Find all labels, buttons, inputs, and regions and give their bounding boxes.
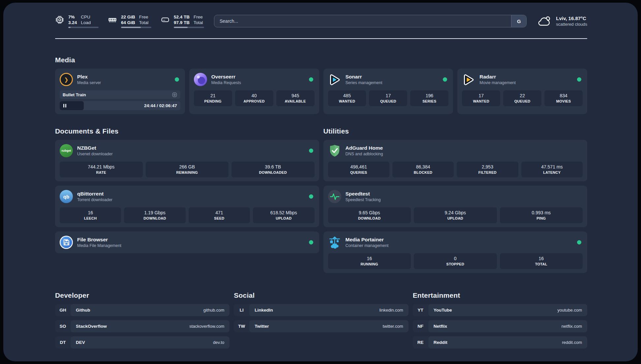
radarr-logo-icon [462,73,475,86]
disk-progress-fill [174,27,188,28]
cpu-progress-fill [68,27,71,28]
dashboard: 7% 3.24 CPU Load [3,3,638,361]
card-filebrowser[interactable]: File Browser Media File Management [55,231,319,253]
qbittorrent-logo-icon: qb [60,190,73,203]
card-subtitle: Usenet downloader [77,152,113,156]
filebrowser-logo-icon [60,236,73,249]
link-row-youtube[interactable]: YT YouTube youtube.com [413,304,587,316]
disk-metric: 52.4 TB 97.9 TB Free Total [161,14,204,28]
memory-metric: 22 GiB 64 GiB Free Total [108,14,151,28]
stat-label: UPLOAD [415,216,496,220]
stat-label: FILTERED [458,170,517,174]
stat-label: REMAINING [147,170,228,174]
link-row-twitter[interactable]: TW Twitter twitter.com [234,320,408,332]
disk-icon [161,15,170,24]
link-row-netflix[interactable]: NF Netflix netflix.com [413,320,587,332]
stat-wanted: 485 WANTED [328,90,366,106]
memory-free-value: 22 GiB [121,14,135,20]
link-name: Github [76,308,90,313]
stat-value: 744.21 Mbps [61,164,141,169]
card-portainer[interactable]: Media Portainer Container management 16 … [323,231,588,273]
link-badge: GH [55,304,71,316]
card-subtitle: Media Requests [211,80,241,85]
card-radarr[interactable]: Radarr Movie management 17 WANTED 22 QUE… [457,69,587,114]
stat-pending: 21 PENDING [194,90,232,106]
stat-running: 16 RUNNING [328,253,411,269]
search-engine-button[interactable]: G [511,15,526,27]
card-speedtest[interactable]: Speedtest Speedtest Tracking 9.65 Gbps D… [323,186,588,227]
stat-label: QUERIES [329,170,388,174]
link-name: Netflix [434,324,447,329]
status-dot [309,149,313,153]
card-title: Radarr [479,74,516,80]
search-input[interactable] [214,15,511,27]
stat-value: 86,384 [394,164,452,169]
section-entertainment: Entertainment YT YouTube youtube.com NF … [413,291,587,349]
card-sonarr[interactable]: Sonarr Series management 485 WANTED 17 Q… [323,69,453,114]
card-title: Overseerr [211,74,241,80]
card-subtitle: Movie management [479,80,516,85]
link-row-reddit[interactable]: RE Reddit reddit.com [413,336,587,349]
stat-stopped: 0 STOPPED [414,253,497,269]
section-social: Social LI LinkedIn linkedin.com TW Twitt… [234,291,408,332]
link-badge: RE [413,336,428,349]
stat-label: DOWNLOAD [125,216,184,220]
status-dot [309,195,313,199]
adguard-logo-icon [328,144,341,157]
card-qbittorrent[interactable]: qb qBittorrent Torrent downloader 16 LEE… [55,186,319,227]
link-row-linkedin[interactable]: LI LinkedIn linkedin.com [234,304,408,316]
stat-queued: 17 QUEUED [369,90,407,106]
link-name: LinkedIn [255,308,273,313]
stat-label: WANTED [329,99,365,103]
section-title-developer: Developer [55,291,229,299]
nzbget-logo-icon: nzbget [60,144,73,157]
link-row-github[interactable]: GH Github github.com [55,304,229,316]
stat-rate: 744.21 Mbps RATE [60,162,143,177]
stat-movies: 834 MOVIES [544,90,583,106]
now-playing-row: Bullet Train [60,90,180,99]
card-adguard[interactable]: AdGuard Home DNS and adblocking 498,461 … [323,140,588,181]
weather-widget: Lviv, 16.87°C scattered clouds [536,15,587,28]
cpu-usage-value: 7% [68,14,77,20]
stat-label: APPROVED [236,99,272,103]
weather-location-temp: Lviv, 16.87°C [556,15,587,21]
weather-condition: scattered clouds [556,21,587,27]
stat-value: 16 [61,210,120,215]
card-plex[interactable]: ❯ Plex Media server Bullet Train [55,69,185,114]
pause-icon [63,104,66,107]
memory-icon [108,15,117,24]
speedtest-logo-icon [328,190,341,203]
stat-upload: 618.52 Mbps UPLOAD [253,207,314,223]
stat-label: DOWNLOADED [233,170,313,174]
stat-value: 834 [546,93,581,98]
stat-value: 498,461 [329,164,388,169]
stat-value: 9.65 Gbps [329,210,410,215]
cpu-metric: 7% 3.24 CPU Load [55,14,99,28]
cpu-progress-bar [68,27,99,28]
link-url: youtube.com [558,308,582,313]
stat-download: 9.65 Gbps DOWNLOAD [328,207,411,223]
card-subtitle: Torrent downloader [77,197,112,202]
card-title: NZBGet [77,145,113,151]
stat-approved: 40 APPROVED [235,90,273,106]
card-overseerr[interactable]: Overseerr Media Requests 21 PENDING 40 A… [189,69,319,114]
stat-label: MOVIES [546,99,581,103]
disk-total-value: 97.9 TB [174,20,190,25]
stat-value: 21 [195,93,231,98]
link-badge: SO [55,320,71,332]
cpu-load-label: Load [81,20,91,25]
stat-value: 0 [415,256,496,261]
card-title: File Browser [77,237,121,243]
link-row-stackoverflow[interactable]: SO StackOverflow stackoverflow.com [55,320,229,332]
stat-label: STOPPED [415,262,496,266]
card-title: Speedtest [346,191,381,197]
card-nzbget[interactable]: nzbget NZBGet Usenet downloader 744.21 M… [55,140,319,181]
memory-total-value: 64 GiB [121,20,135,25]
link-url: reddit.com [562,340,582,345]
playback-progress-bar: 24:44 / 02:06:47 [60,101,180,110]
link-row-dev[interactable]: DT DEV dev.to [55,336,229,349]
section-title-utilities: Utilities [323,127,588,135]
stat-queries: 498,461 QUERIES [328,162,389,177]
status-dot [577,240,581,245]
stat-remaining: 266 GB REMAINING [146,162,229,177]
